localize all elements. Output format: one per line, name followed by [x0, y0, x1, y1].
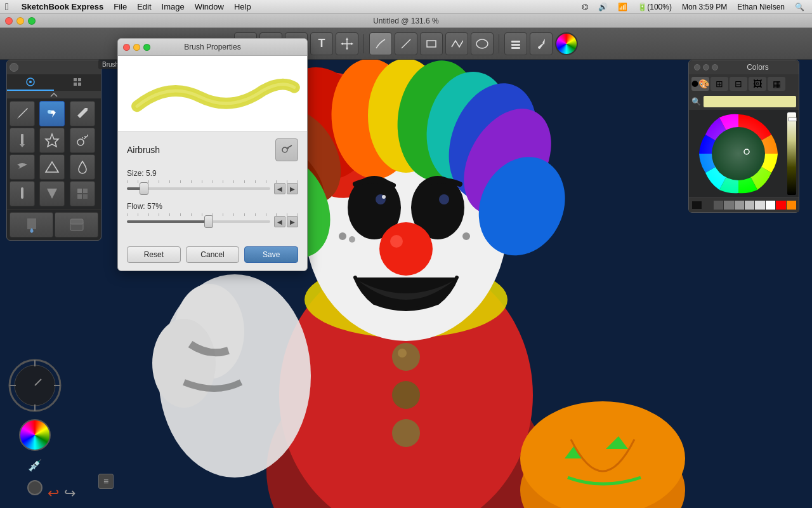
shape-btn[interactable]: [39, 181, 65, 206]
grid-tab[interactable]: [54, 74, 101, 91]
custom-btn[interactable]: [70, 181, 95, 206]
image-menu[interactable]: Image: [157, 0, 190, 14]
airbrush-btn[interactable]: [39, 101, 65, 126]
maximize-button[interactable]: [28, 17, 36, 25]
gradient-tab[interactable]: ▦: [768, 77, 785, 91]
svg-marker-75: [47, 189, 57, 199]
dialog-maximize-btn[interactable]: [143, 44, 150, 51]
smear-btn[interactable]: [10, 154, 35, 180]
size-slider-row: ◀ ▶: [127, 183, 298, 194]
colors-min-btn[interactable]: [703, 64, 709, 70]
ellipse-tool-btn[interactable]: [471, 32, 494, 55]
text-tool-btn[interactable]: T: [310, 32, 333, 55]
redo-btn[interactable]: ↪: [64, 485, 75, 502]
bottom-tools: 💉: [6, 357, 63, 495]
transform-tool-btn[interactable]: [336, 32, 358, 55]
colors-max-btn[interactable]: [712, 64, 718, 70]
colors-title: Colors: [722, 63, 794, 72]
line-tool-btn[interactable]: [395, 32, 417, 55]
minimize-button[interactable]: [16, 17, 24, 25]
swatch-3[interactable]: [724, 201, 733, 210]
color-wheel-btn[interactable]: [555, 32, 578, 55]
eyedropper-btn[interactable]: 💉: [25, 456, 44, 475]
rect-tool-btn[interactable]: [420, 32, 443, 55]
colorwheel-wrapper[interactable]: [691, 112, 785, 195]
flow-increase-btn[interactable]: ▶: [287, 216, 298, 227]
marker-btn[interactable]: [70, 101, 95, 126]
small-tool-circle[interactable]: [27, 480, 43, 495]
close-button[interactable]: [5, 17, 13, 25]
color-wheel[interactable]: [697, 112, 780, 195]
size-decrease-btn[interactable]: ◀: [274, 183, 285, 194]
collapse-btn[interactable]: [7, 91, 101, 98]
swatch-8[interactable]: [776, 201, 785, 210]
fill-btn[interactable]: [39, 154, 65, 180]
search-icon[interactable]: 🔍: [792, 3, 807, 11]
brush-properties-dialog: Brush Properties Airbrush Size: 5.9: [117, 38, 308, 271]
apple-menu[interactable]: : [5, 1, 9, 13]
brightness-thumb[interactable]: [788, 117, 797, 121]
undo-btn[interactable]: ↩: [48, 485, 59, 502]
swatch-tab[interactable]: ⊞: [710, 77, 728, 91]
undo-redo: ↩ ↪: [48, 485, 75, 502]
brush-type-row: Airbrush: [127, 138, 298, 161]
hue-tab[interactable]: 🎨: [691, 77, 709, 91]
hue-wheel[interactable]: [19, 419, 51, 451]
brush-tab[interactable]: [7, 74, 54, 91]
swatch-1[interactable]: [703, 201, 712, 210]
blend-btn[interactable]: [39, 128, 65, 153]
current-color-display[interactable]: [704, 96, 796, 107]
app-name[interactable]: SketchBook Express: [16, 0, 108, 14]
swatch-0[interactable]: [691, 201, 702, 210]
help-menu[interactable]: Help: [229, 0, 256, 14]
size-increase-btn[interactable]: ▶: [287, 183, 298, 194]
swatch-4[interactable]: [735, 201, 744, 210]
svg-point-24: [382, 195, 386, 199]
svg-marker-47: [346, 37, 348, 40]
pencil-btn[interactable]: [10, 101, 35, 126]
svg-point-65: [48, 110, 51, 114]
color-swatches-row: [689, 197, 799, 212]
layers-tool-btn[interactable]: [504, 32, 527, 55]
photo-tab[interactable]: 🖼: [749, 77, 766, 91]
svg-rect-60: [78, 78, 81, 81]
edit-menu[interactable]: Edit: [132, 0, 156, 14]
svg-point-30: [392, 343, 420, 371]
spray-btn[interactable]: [70, 128, 95, 153]
brush-preset-btn[interactable]: [530, 32, 553, 55]
brightness-slider[interactable]: [787, 112, 796, 195]
window-menu[interactable]: Window: [190, 0, 229, 14]
pen2-btn[interactable]: [10, 181, 35, 206]
chisel-btn[interactable]: [10, 128, 35, 153]
colors-close-btn[interactable]: [694, 64, 700, 70]
app-titlebar: Untitled @ 131.6 %: [0, 14, 812, 28]
fill-bucket-btn[interactable]: [10, 212, 53, 237]
layers-btn[interactable]: [55, 212, 98, 237]
flow-decrease-btn[interactable]: ◀: [274, 216, 285, 227]
colors-panel-header: Colors: [689, 60, 799, 74]
size-slider[interactable]: [127, 187, 270, 190]
pen-tool-btn[interactable]: [369, 32, 392, 55]
flow-slider[interactable]: [127, 220, 270, 223]
file-menu[interactable]: File: [108, 0, 132, 14]
swatch-9[interactable]: [787, 201, 796, 210]
swatch-7[interactable]: [766, 201, 775, 210]
water-btn[interactable]: [70, 154, 95, 180]
tools-panel-header: [7, 60, 101, 74]
svg-marker-48: [346, 48, 348, 50]
brush-icon-btn[interactable]: [275, 138, 298, 161]
swatch-5[interactable]: [745, 201, 754, 210]
svg-point-25: [379, 222, 433, 276]
save-button[interactable]: Save: [244, 246, 298, 263]
dialog-close-btn[interactable]: [123, 44, 130, 51]
grid-tab[interactable]: ⊟: [730, 77, 747, 91]
wave-tool-btn[interactable]: [445, 32, 468, 55]
dialog-minimize-btn[interactable]: [133, 44, 140, 51]
reset-button[interactable]: Reset: [127, 246, 181, 263]
swatch-2[interactable]: [714, 201, 723, 210]
nav-btn[interactable]: ≡: [98, 474, 114, 489]
swatch-6[interactable]: [755, 201, 764, 210]
dialog-buttons: Reset Cancel Save: [118, 241, 307, 271]
cancel-button[interactable]: Cancel: [186, 246, 240, 263]
rotation-wheel[interactable]: [6, 357, 63, 414]
